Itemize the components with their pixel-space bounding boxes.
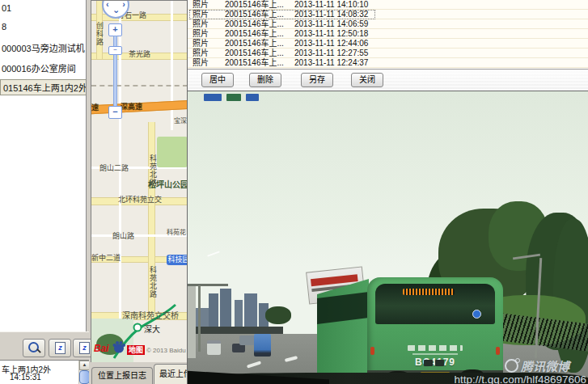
photo-name: 20015146车上... [225,58,284,67]
photo-name: 20015146车上... [225,39,284,48]
bottom-tab-strip: 位置上报日志 最近上传照 [89,362,187,384]
photo-type: 照片 [192,10,209,19]
street-lamp-pole [198,285,201,352]
watermark-brand: 腾讯微博 [505,357,569,374]
photo-row[interactable]: 照片 20015146车上... 2013-11-11 12:27:55 [188,49,588,58]
road-label: 朗山路 [112,230,134,241]
photo-row[interactable]: 照片 20015146车上... 2013-11-11 12:44:06 [188,39,588,49]
tech-park-badge: 科技园 [167,255,188,265]
save-as-button[interactable]: 另存 [301,73,333,87]
search-button[interactable] [23,339,45,357]
upload-log-list: 车上两1内2外 14:15:31 ▲ [0,360,89,384]
photo-row[interactable]: 照片 20015146车上... 2013-11-11 14:10:10 [188,0,588,10]
photo-list: 照片 20015146车上... 2013-11-11 14:10:10 照片 … [188,0,588,69]
map-copyright: © 2013 Baidu [146,347,186,354]
bus-company-text [408,345,463,351]
center-button[interactable]: 居中 [201,73,234,87]
log-entry-time[interactable]: 14:15:31 [10,373,41,382]
road-label: 茶光路 [129,49,150,59]
photo-time: 2013-11-11 14:10:10 [294,0,368,9]
photo-row[interactable]: 照片 20015146车上... 2013-11-11 12:50:18 [188,29,588,39]
ramp-wall [188,284,196,358]
road-label: 科苑北路 [148,154,159,187]
bus-route-sticker [472,310,481,319]
delete-button[interactable]: 删除 [249,73,281,87]
report-button-1[interactable]: z [49,339,71,357]
baidu-logo-text: Bai [94,343,109,354]
road-label: 创科路 [95,22,105,46]
photo-time: 2013-11-11 12:44:06 [294,39,368,48]
road-label: 朗山二路 [99,162,129,173]
bus-subtext [412,353,458,355]
baidu-paw-icon [112,340,126,354]
road-label: 宝深 [174,116,187,124]
vertical-scrollbar[interactable]: ▲ [78,361,89,384]
bus-rear-window [375,284,495,324]
photo-row-selected[interactable]: 照片 20015146车上... 2013-11-11 14:08:32 [188,10,588,19]
street-lamp-arm [188,284,228,286]
photo-type: 照片 [192,58,209,67]
photo-time: 2013-11-11 12:24:37 [294,58,368,67]
report-page-icon: z [55,342,66,354]
overpass-sign [204,94,222,101]
photo-type: 照片 [192,29,209,38]
photo-name: 20015146车上... [225,19,284,28]
road-label: 科苑花 [167,227,186,236]
close-button[interactable]: 关闭 [351,73,383,87]
tree-toolbar: z z [0,331,89,361]
photo-type: 照片 [192,19,209,28]
vehicle-bus [239,335,256,345]
scrollbar-up-icon[interactable]: ▲ [79,361,89,370]
zoom-out-button[interactable]: − [108,106,122,119]
road-label: 新中二道 [91,252,121,263]
tree-item[interactable]: 01 [2,3,11,13]
tree-item[interactable]: 000016办公室房间 [2,61,76,74]
baidu-map[interactable]: 打石一路 创科路 茶光路 速 深高速 宝深 朗山二路 松坪山公园 朗山路 科苑北… [91,0,188,364]
photo-toolbar: 居中 删除 另存 关闭 [188,69,588,92]
photo-time: 2013-11-11 14:08:32 [294,10,368,19]
zoom-in-button[interactable]: + [108,23,122,36]
tab-location-log[interactable]: 位置上报日志 [91,367,153,384]
road-label: 深高速 [121,101,142,112]
pan-down-icon[interactable]: ⌄ [112,6,120,14]
bus: BC4179 [367,277,503,381]
photo-time: 2013-11-11 12:50:18 [294,29,368,38]
road-label: 深南科苑立交桥 [122,309,179,321]
contrail [207,251,220,256]
photo-name: 20015146车上... [225,0,284,9]
overpass-sign [246,94,259,101]
bus-side-windows [317,292,369,324]
tree-item[interactable]: 000003马旁边测试机 [2,41,85,54]
report-page-icon: z [79,342,90,354]
zoom-slider-handle[interactable]: − [108,46,122,55]
photo-type: 照片 [192,39,209,48]
tree-item-selected[interactable]: 015146车上两1内2外 [0,79,87,95]
photo-row[interactable]: 照片 20015146车上... 2013-11-11 14:06:59 [188,19,588,29]
photo-window: 照片 20015146车上... 2013-11-11 14:10:10 照片 … [187,0,588,384]
tree [265,306,291,324]
photo-name: 20015146车上... [225,10,284,19]
tab-recent-photos[interactable]: 最近上传照 [154,364,187,384]
building [235,300,243,327]
photo-name: 20015146车上... [225,49,284,57]
photo-time: 2013-11-11 14:06:59 [294,19,368,28]
road-label: 科苑北路 [148,266,159,298]
road-label: 北环科苑立交 [118,194,162,205]
metro-station-label: 深大 [144,323,160,335]
vehicle-truck [254,334,271,357]
bus-led-sign [403,289,455,295]
bus-side [317,279,369,381]
photo-row[interactable]: 照片 20015146车上... 2013-11-11 12:24:37 [188,58,588,68]
watermark-brand-text: 腾讯微博 [521,360,569,373]
baidu-map-badge: 地图 [127,345,145,355]
scrollbar-thumb[interactable] [79,370,89,384]
pan-right-icon[interactable]: › [122,0,125,8]
tree-item[interactable]: 8 [2,22,6,32]
photo-type: 照片 [192,0,209,9]
pan-left-icon[interactable]: ‹ [106,0,109,8]
photo-type: 照片 [192,49,209,57]
weibo-logo-icon [505,359,518,373]
overpass-sign [226,94,241,101]
watermark-url: http://t.qq.com/hlf48697606 [454,373,586,384]
building [209,293,218,327]
